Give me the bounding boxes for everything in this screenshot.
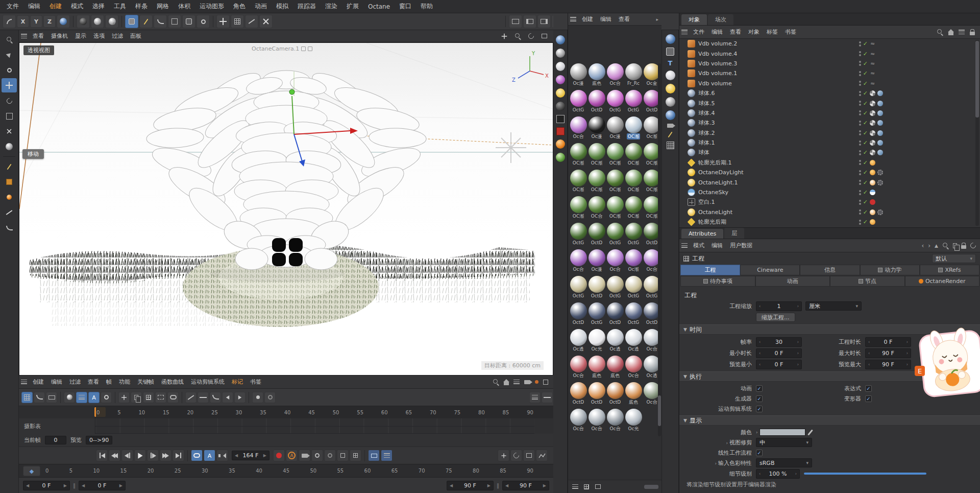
material-sphere[interactable] [625,276,642,293]
material-swatch[interactable]: Oc合 [624,356,643,380]
lod-field[interactable]: ‹100 %› [756,469,800,479]
primitive-cube-button[interactable] [125,15,138,28]
object-row[interactable]: 空白.1 ✓ [679,197,980,207]
visibility-dots[interactable] [859,61,861,66]
object-row[interactable]: Vdb volume.1 ✓ [679,68,980,78]
object-tag-2[interactable] [877,120,883,126]
object-tag-2[interactable] [877,140,883,146]
axis-lock-button[interactable]: Y [30,15,42,28]
om-menu-icon[interactable] [680,28,689,37]
object-row[interactable]: Vdb volume ✓ [679,79,980,88]
object-tag-1[interactable] [870,90,875,96]
timeline-menu-item[interactable]: 功能 [115,378,134,386]
key-copy-icon[interactable] [131,392,142,403]
octane-render-icon[interactable] [556,139,565,149]
enable-check-icon[interactable]: ✓ [863,61,868,66]
material-preview-icon[interactable] [593,482,602,491]
attribute-tab[interactable]: OctaneRender [905,276,980,287]
om-filter-icon[interactable] [959,30,965,34]
zoom-tool-icon[interactable] [2,32,17,46]
environment-material-icon[interactable] [556,35,565,44]
axis-lock-button[interactable]: X [17,15,29,28]
material-swatch[interactable]: OctD [606,302,624,327]
material-swatch[interactable]: Oc光 [624,409,643,433]
render-view-button[interactable] [77,15,90,28]
material-swatch[interactable]: Oc漫 [606,116,624,141]
material-sphere[interactable] [589,116,605,133]
material-swatch[interactable]: OctG [624,90,643,114]
material-swatch[interactable]: Oc透 [569,329,587,354]
viewport-menu-item[interactable]: 面板 [127,32,145,40]
object-name[interactable]: 轮廓光后期.1 [698,159,732,167]
viewport-menu-item[interactable]: 显示 [71,32,90,40]
material-menu-item[interactable]: 查看 [615,15,633,23]
material-swatch[interactable]: OctG [587,302,606,327]
object-tag-2[interactable] [877,160,883,166]
timeline-expand-icon[interactable] [543,380,548,385]
attribute-tab[interactable]: 动画 [755,276,830,287]
material-sphere[interactable] [607,302,624,319]
object-name[interactable]: Vdb volume.4 [698,51,737,57]
viewport-menu-item[interactable]: 选项 [90,32,108,40]
expr-checkbox[interactable]: ✓ [865,385,872,392]
material-swatch[interactable]: OctG [569,276,587,300]
material-swatch[interactable]: Oc漫 [587,249,606,274]
material-list-view-icon[interactable] [571,482,580,491]
toggle-view-icon[interactable] [540,32,549,41]
material-sphere[interactable] [589,170,605,186]
object-tag-1[interactable] [870,180,875,185]
workplane-button[interactable] [245,15,258,28]
material-swatch[interactable]: OctD [606,382,624,407]
material-sphere[interactable] [589,196,605,213]
material-swatch[interactable]: OC渐 [569,143,587,168]
timeline-menu-item[interactable]: 运动剪辑系统 [187,378,228,386]
display-section-header[interactable]: ▼显示 [679,415,980,426]
viewport-menu-icon[interactable] [19,32,29,41]
material-swatch[interactable]: Oc透 [624,329,643,354]
timeline-filter-icon[interactable] [513,380,520,384]
visibility-dots[interactable] [859,121,861,126]
viewport-canvas[interactable]: Y X Z 透视视图 OctaneCamera.1 移动 目标距离 : 6000… [19,42,553,375]
material-swatch[interactable]: OctG [624,223,643,247]
object-tag-1[interactable] [870,61,875,66]
material-sphere[interactable] [589,249,605,266]
material-sphere[interactable] [625,249,642,266]
object-name[interactable]: Vdb volume [698,80,732,87]
object-tag-1[interactable] [870,209,875,215]
enable-check-icon[interactable]: ✓ [863,219,868,225]
menu-item[interactable]: 选择 [88,2,109,11]
attribute-tab[interactable]: 信息 [800,265,860,275]
object-tag-2[interactable] [877,41,883,46]
material-sphere[interactable] [570,196,587,213]
material-swatch[interactable]: Oc合 [569,356,587,380]
material-sphere[interactable] [589,90,605,107]
material-sphere[interactable] [570,329,587,346]
move-tool-icon[interactable] [2,78,17,92]
material-sphere[interactable] [607,63,624,80]
material-swatch[interactable]: Oc合 [606,409,624,433]
visibility-dots[interactable] [859,101,861,106]
material-sphere[interactable] [589,302,605,319]
visibility-dots[interactable] [859,150,861,155]
viewport-menu-item[interactable]: 摄像机 [47,32,71,40]
enable-check-icon[interactable]: ✓ [863,71,868,76]
material-sphere[interactable] [625,409,642,426]
mcs-checkbox[interactable]: ✓ [756,406,763,412]
fit-view-icon[interactable] [523,450,535,461]
rotate-tool-icon[interactable] [2,93,17,108]
enable-check-icon[interactable]: ✓ [863,120,868,126]
prev-key-button[interactable] [109,450,120,461]
material-swatch[interactable]: OctD [587,276,606,300]
rotate-view-icon[interactable] [526,32,535,41]
dopesheet-tracks[interactable]: 摄影表 [19,418,553,434]
object-tag-1[interactable] [870,81,875,86]
undo-icon[interactable] [3,15,16,28]
visibility-dots[interactable] [859,180,861,185]
material-sphere[interactable] [589,356,605,372]
material-sphere[interactable] [625,356,642,372]
material-sphere[interactable] [589,276,605,293]
material-swatch[interactable]: Oc合 [569,409,587,433]
visibility-dots[interactable] [859,209,861,215]
timeline-menu-item[interactable]: 标记 [228,378,247,386]
sketch-tool-icon[interactable] [2,175,17,189]
